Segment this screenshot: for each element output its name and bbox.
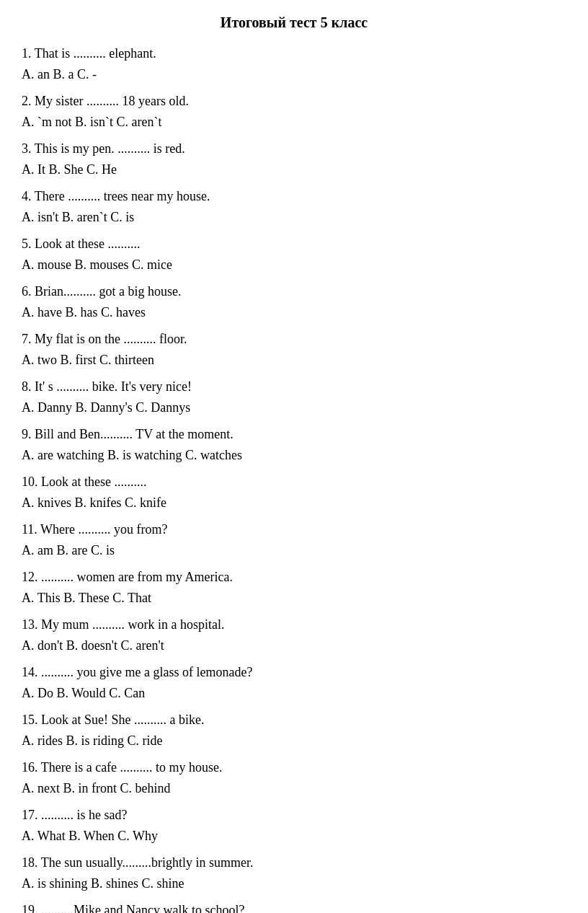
answer-options-4: A. isn't B. aren`t C. is (22, 208, 566, 227)
answer-options-9: A. are watching B. is watching C. watche… (22, 446, 566, 465)
answer-options-13: A. don't B. doesn't C. aren't (22, 636, 566, 656)
question-text-3: 3. This is my pen. .......... is red. (22, 139, 566, 159)
question-text-7: 7. My flat is on the .......... floor. (22, 330, 566, 349)
answer-options-6: A. have B. has C. haves (22, 303, 566, 322)
answer-options-14: A. Do B. Would C. Can (22, 684, 566, 703)
question-text-4: 4. There .......... trees near my house. (22, 187, 566, 206)
answer-options-8: A. Danny B. Danny's C. Dannys (22, 398, 566, 418)
answer-options-12: A. This B. These C. That (22, 588, 566, 608)
question-text-18: 18. The sun usually.........brightly in … (22, 853, 566, 873)
question-text-16: 16. There is a cafe .......... to my hou… (22, 758, 566, 777)
answer-options-17: A. What B. When C. Why (22, 826, 566, 846)
answer-options-2: A. `m not B. isn`t C. aren`t (22, 113, 566, 132)
question-text-14: 14. .......... you give me a glass of le… (22, 663, 566, 682)
question-text-6: 6. Brian.......... got a big house. (22, 282, 566, 301)
answer-options-10: A. knives B. knifes C. knife (22, 493, 566, 513)
question-text-10: 10. Look at these .......... (22, 472, 566, 492)
question-text-11: 11. Where .......... you from? (22, 520, 566, 539)
question-text-1: 1. That is .......... elephant. (22, 44, 566, 63)
answer-options-3: A. It B. She C. He (22, 160, 566, 180)
answer-options-1: A. an B. a C. - (22, 65, 566, 84)
question-text-5: 5. Look at these .......... (22, 234, 566, 254)
question-text-17: 17. .......... is he sad? (22, 806, 566, 825)
page-title: Итоговый тест 5 класс (22, 14, 566, 31)
question-text-9: 9. Bill and Ben.......... TV at the mome… (22, 425, 566, 444)
answer-options-16: A. next B. in front C. behind (22, 779, 566, 798)
question-text-19: 19. ..........Mike and Nancy walk to sch… (22, 901, 566, 913)
question-text-15: 15. Look at Sue! She .......... a bike. (22, 710, 566, 730)
answer-options-5: A. mouse B. mouses C. mice (22, 255, 566, 275)
question-text-2: 2. My sister .......... 18 years old. (22, 92, 566, 111)
answer-options-15: A. rides B. is riding C. ride (22, 731, 566, 751)
question-text-13: 13. My mum .......... work in a hospital… (22, 615, 566, 635)
question-text-8: 8. It' s .......... bike. It's very nice… (22, 377, 566, 397)
question-text-12: 12. .......... women are from my America… (22, 568, 566, 587)
answer-options-18: A. is shining B. shines C. shine (22, 874, 566, 894)
answer-options-11: A. am B. are C. is (22, 541, 566, 560)
answer-options-7: A. two B. first C. thirteen (22, 350, 566, 370)
